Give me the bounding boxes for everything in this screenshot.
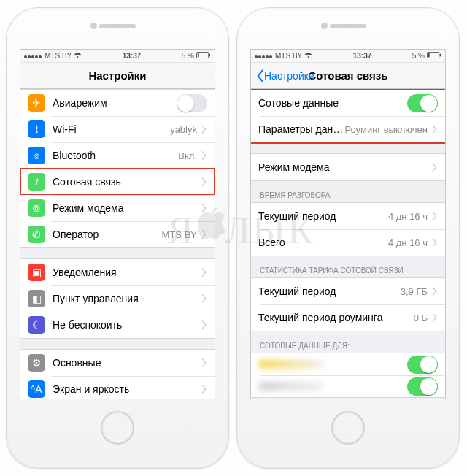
group-data-stats: Текущий период3,9 ГБТекущий период роуми… [251,277,445,331]
navbar: Настройки [20,63,215,89]
status-bar: MTS BY 13:37 5 % [20,50,215,63]
row-detail: yablyk [170,124,197,135]
back-button[interactable]: Настройки [255,69,314,82]
section-header-apps: Сотовые данные для: [251,331,445,353]
battery-label: 5 % [182,52,194,60]
settings-row[interactable]: ⌇Wi-Fiyablyk [20,116,215,142]
row-label: Wi-Fi [53,123,170,135]
row-icon: ✈ [28,94,45,112]
row-label: Текущий период [258,210,388,222]
chevron-right-icon [201,385,207,394]
clock: 13:37 [82,52,182,60]
app-toggle[interactable] [407,356,438,374]
screen-right: MTS BY 13:37 5 % Настройки [250,49,446,399]
settings-row[interactable]: ⚙Основные [20,350,215,376]
group-apps [251,353,445,398]
group-call-time: Текущий период4 дн 16 чВсего4 дн 16 ч [251,202,445,256]
settings-row[interactable]: ⌾BluetoothВкл. [20,142,215,169]
chevron-right-icon [201,358,207,367]
row-detail: 4 дн 16 ч [388,211,428,222]
row-detail: 4 дн 16 ч [388,237,428,248]
cellular-list[interactable]: Сотовые данныеПараметры данныхРоуминг вы… [251,89,445,399]
battery-icon [196,52,211,60]
navbar: Настройки Сотовая связь [251,63,445,89]
settings-row[interactable]: Текущий период4 дн 16 ч [251,203,445,229]
battery-label: 5 % [412,52,425,60]
row-label: Не беспокоить [53,319,201,331]
toggle[interactable] [177,94,207,112]
row-label: Текущий период роуминга [258,312,414,323]
group-cellular-data: Сотовые данныеПараметры данныхРоуминг вы… [251,89,445,143]
svg-rect-1 [198,53,199,57]
svg-rect-4 [428,53,430,57]
speaker-grill [99,24,136,28]
carrier-label: MTS BY [275,52,302,60]
settings-row[interactable]: Сотовые данные [251,90,445,116]
home-button[interactable] [331,411,365,445]
section-header-stats: Статистика тарифа сотовой связи [251,256,445,277]
row-label: Всего [258,237,388,248]
settings-row[interactable]: ☾Не беспокоить [20,312,215,338]
group-hotspot: Режим модема [251,153,445,181]
settings-row[interactable]: Параметры данныхРоуминг выключен [251,116,445,142]
settings-row[interactable]: ◧Пункт управления [20,285,215,312]
app-row-blurred[interactable] [251,353,445,375]
row-label: Режим модема [258,161,432,173]
app-row-blurred[interactable] [251,375,445,397]
row-icon: ᴬA [28,380,45,398]
row-detail: MTS BY [162,229,197,240]
settings-row[interactable]: ▣Уведомления [20,259,215,285]
chevron-right-icon [201,177,207,186]
chevron-right-icon [432,125,438,134]
svg-rect-5 [440,54,441,57]
settings-row[interactable]: Режим модема [251,154,445,180]
chevron-right-icon [201,125,207,134]
settings-row[interactable]: Всего4 дн 16 ч [251,229,445,256]
settings-row[interactable]: ᴬAЭкран и яркость [20,376,215,399]
signal-dots-icon [24,52,42,60]
row-icon: ☾ [28,316,45,334]
svg-rect-2 [209,54,210,57]
speaker-grill [330,24,366,28]
row-icon: ⟟ [28,173,45,191]
row-label: Основные [53,357,201,369]
app-toggle[interactable] [407,377,438,396]
row-label: Режим модема [53,202,201,214]
row-label: Параметры данных [258,123,344,135]
chevron-right-icon [201,230,207,239]
row-icon: ⌾ [28,147,45,164]
toggle[interactable] [407,94,438,112]
row-icon: ⌇ [28,120,45,138]
settings-row[interactable]: ✈Авиарежим [20,90,215,116]
row-label: Текущий период [258,285,401,297]
row-detail: Вкл. [178,150,197,161]
settings-row[interactable]: ⊚Режим модема [20,195,215,221]
signal-dots-icon [255,52,273,60]
settings-row[interactable]: Текущий период роуминга0 Б [251,304,445,331]
phone-left: MTS BY 13:37 5 % Настройки ✈Авиарежим⌇Wi… [6,7,229,469]
settings-row[interactable]: ⟟Сотовая связь [20,169,215,195]
chevron-right-icon [201,151,207,160]
row-detail: 0 Б [414,312,428,323]
battery-icon [427,52,441,60]
row-label: Оператор [53,229,162,240]
row-icon: ⚙ [28,354,45,372]
row-detail: 3,9 ГБ [401,286,428,297]
page-title: Настройки [88,69,146,82]
camera-hole [90,23,97,29]
carrier-label: MTS BY [45,52,72,60]
settings-list[interactable]: ✈Авиарежим⌇Wi-Fiyablyk⌾BluetoothВкл.⟟Сот… [20,89,215,399]
row-detail: Роуминг выключен [344,124,428,135]
chevron-right-icon [432,163,438,172]
row-label: Пункт управления [53,293,201,304]
wifi-icon [74,52,82,60]
clock: 13:37 [312,52,412,60]
group-connectivity: ✈Авиарежим⌇Wi-Fiyablyk⌾BluetoothВкл.⟟Сот… [20,89,215,248]
settings-row[interactable]: Текущий период3,9 ГБ [251,278,445,304]
chevron-right-icon [201,268,207,277]
settings-row[interactable]: ✆ОператорMTS BY [20,221,215,247]
row-label: Уведомления [53,266,201,278]
chevron-right-icon [432,313,438,322]
section-header-calltime: Время разговора [251,181,445,202]
home-button[interactable] [101,411,134,445]
